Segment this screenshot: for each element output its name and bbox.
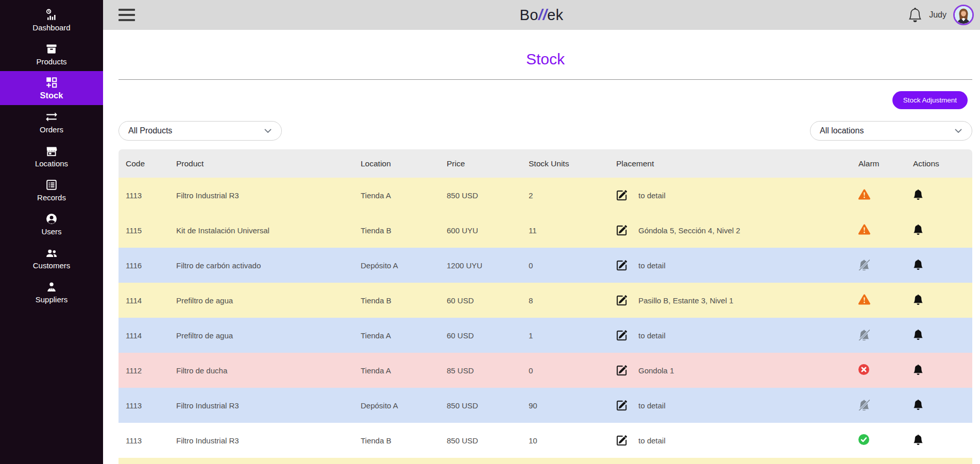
cell-price: 850 USD — [440, 178, 521, 213]
sidebar-item-locations[interactable]: Locations — [0, 139, 103, 173]
cell-placement: Gondola 1 — [609, 353, 851, 388]
cell-actions — [906, 283, 972, 318]
chevron-down-icon — [264, 127, 272, 135]
suppliers-icon — [45, 280, 58, 294]
cell-product: Prefiltro de agua — [169, 318, 353, 353]
cell-stock-units: 1 — [521, 318, 609, 353]
table-row: 1114 Prefiltro de agua Tienda B 60 USD 8… — [119, 283, 972, 318]
table-row: 1113 Filtro Industrial R3 Tienda A 850 U… — [119, 178, 972, 213]
alarm-status — [858, 259, 870, 271]
records-icon — [45, 178, 58, 192]
product-filter-select[interactable]: All Products — [119, 121, 282, 141]
table-row: 1115 Kit de Instalación Universal Tienda… — [119, 213, 972, 248]
cell-alarm — [851, 388, 906, 423]
check-circle-icon — [858, 434, 869, 445]
cell-actions — [906, 458, 972, 464]
cell-price: 850 USD — [440, 388, 521, 423]
sidebar-item-products[interactable]: Products — [0, 37, 103, 71]
table-row: 1113 Filtro Industrial R3 Depósito A 850… — [119, 388, 972, 423]
cell-stock-units — [521, 458, 609, 464]
cell-placement: to detail — [609, 318, 851, 353]
edit-placement-button[interactable] — [616, 225, 627, 236]
cell-price: 1200 UYU — [440, 248, 521, 283]
dashboard-icon — [45, 8, 58, 22]
sidebar-item-orders[interactable]: Orders — [0, 105, 103, 139]
sidebar-item-records[interactable]: Records — [0, 173, 103, 207]
cell-code: 1113 — [119, 388, 169, 423]
column-header-actions: Actions — [906, 149, 972, 178]
cell-code: 1113 — [119, 178, 169, 213]
sidebar-item-dashboard[interactable]: Dashboard — [0, 3, 103, 37]
placement-text: Pasillo B, Estante 3, Nivel 1 — [638, 296, 733, 305]
placement-text: to detail — [638, 191, 666, 200]
stock-adjustment-button[interactable]: Stock Adjustment — [892, 91, 968, 109]
stock-page: Stock Stock Adjustment All Products All … — [103, 30, 980, 464]
cell-price — [440, 458, 521, 464]
cell-price: 850 USD — [440, 423, 521, 458]
location-filter-select[interactable]: All locations — [810, 121, 972, 141]
edit-placement-button[interactable] — [616, 295, 627, 306]
sidebar-item-label: Customers — [33, 261, 71, 270]
placement-text: to detail — [638, 331, 666, 340]
cell-stock-units: 90 — [521, 388, 609, 423]
sidebar-item-label: Users — [41, 227, 61, 236]
alarm-bell-button[interactable] — [913, 225, 923, 235]
cell-product: Filtro de ducha — [169, 353, 353, 388]
alarm-bell-button[interactable] — [913, 400, 923, 410]
topbar: Bo//ek Judy — [103, 0, 980, 30]
user-name: Judy — [929, 10, 947, 20]
cell-code: 1112 — [119, 353, 169, 388]
column-header-stock-units: Stock Units — [521, 149, 609, 178]
orders-icon — [45, 110, 58, 124]
edit-placement-button[interactable] — [616, 435, 627, 446]
alarm-status — [858, 294, 870, 305]
cell-code: 1116 — [119, 248, 169, 283]
warning-triangle-icon — [858, 294, 870, 305]
alarm-bell-button[interactable] — [913, 435, 923, 445]
cell-location: Depósito A — [353, 388, 440, 423]
cell-placement: to detail — [609, 248, 851, 283]
customers-icon — [45, 246, 58, 260]
sidebar-item-label: Records — [37, 193, 66, 202]
sidebar-item-label: Locations — [35, 159, 68, 168]
alarm-status — [858, 329, 870, 341]
placement-text: Gondola 1 — [638, 366, 674, 375]
sidebar-item-suppliers[interactable]: Suppliers — [0, 275, 103, 309]
cell-stock-units: 2 — [521, 178, 609, 213]
menu-toggle-button[interactable] — [119, 9, 135, 21]
cell-stock-units: 10 — [521, 423, 609, 458]
cell-product — [169, 458, 353, 464]
table-row: 1114 Prefiltro de agua Tienda A 60 USD 1… — [119, 318, 972, 353]
alarm-bell-button[interactable] — [913, 260, 923, 270]
alarm-bell-button[interactable] — [913, 365, 923, 375]
alarm-bell-button[interactable] — [913, 330, 923, 340]
cell-location: Tienda A — [353, 353, 440, 388]
user-avatar[interactable] — [953, 5, 974, 25]
cell-product: Filtro Industrial R3 — [169, 178, 353, 213]
sidebar-item-users[interactable]: Users — [0, 207, 103, 241]
alarm-bell-button[interactable] — [913, 295, 923, 305]
table-row: 1116 Filtro de carbón activado Depósito … — [119, 248, 972, 283]
stock-table: Code Product Location Price Stock Units … — [119, 149, 972, 464]
cell-placement: to detail — [609, 423, 851, 458]
stock-icon — [45, 76, 58, 89]
alarm-bell-button[interactable] — [913, 190, 923, 200]
cell-product: Kit de Instalación Universal — [169, 213, 353, 248]
sidebar-item-stock[interactable]: Stock — [0, 71, 103, 105]
cell-location: Tienda B — [353, 283, 440, 318]
cell-alarm — [851, 458, 906, 464]
sidebar-item-customers[interactable]: Customers — [0, 241, 103, 275]
notifications-bell-icon[interactable] — [908, 8, 922, 22]
cell-alarm — [851, 423, 906, 458]
cell-alarm — [851, 178, 906, 213]
edit-placement-button[interactable] — [616, 400, 627, 411]
edit-placement-button[interactable] — [616, 190, 627, 201]
cell-stock-units: 0 — [521, 248, 609, 283]
edit-placement-button[interactable] — [616, 330, 627, 341]
placement-text: Góndola 5, Sección 4, Nivel 2 — [638, 226, 740, 235]
edit-placement-button[interactable] — [616, 365, 627, 376]
bell-off-icon — [858, 259, 870, 270]
edit-placement-button[interactable] — [616, 260, 627, 271]
cell-location: Tienda A — [353, 318, 440, 353]
placement-text: to detail — [638, 436, 666, 445]
